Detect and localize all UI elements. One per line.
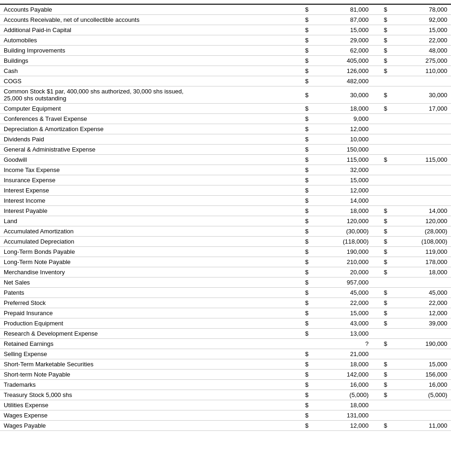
dollar-sign-2019	[294, 339, 310, 349]
value-2018: 22,000	[388, 298, 451, 308]
value-2018: 120,000	[388, 216, 451, 226]
table-row: Interest Income$14,000	[0, 196, 451, 206]
dollar-sign-2019: $	[294, 86, 310, 104]
row-label: Cash	[0, 66, 294, 76]
value-2019: 18,000	[309, 206, 372, 216]
dollar-sign-2018: $	[372, 288, 388, 298]
value-2018	[388, 165, 451, 175]
value-2018: 17,000	[388, 104, 451, 114]
dollar-sign-2019: $	[294, 56, 310, 66]
table-row: Common Stock $1 par, 400,000 shs authori…	[0, 86, 451, 104]
value-2019: 43,000	[309, 318, 372, 329]
table-row: Long-Term Bonds Payable$190,000$119,000	[0, 247, 451, 257]
row-label: Preferred Stock	[0, 298, 294, 308]
dollar-sign-2019: $	[294, 329, 310, 339]
dollar-sign-2019: $	[294, 421, 310, 431]
table-row: Wages Expense$131,000	[0, 410, 451, 421]
value-2018	[388, 134, 451, 145]
value-2019: 190,000	[309, 247, 372, 257]
row-label: Accumulated Amortization	[0, 226, 294, 237]
dollar-sign-2018: $	[372, 226, 388, 237]
row-label: Interest Expense	[0, 185, 294, 196]
row-label: Additional Paid-in Capital	[0, 25, 294, 35]
dollar-sign-2018: $	[372, 66, 388, 76]
dollar-sign-2018: $	[372, 359, 388, 370]
table-row: General & Administrative Expense$150,000	[0, 145, 451, 155]
table-row: Depreciation & Amortization Expense$12,0…	[0, 124, 451, 134]
dollar-sign-2018: $	[372, 25, 388, 35]
header-2019	[309, 0, 372, 4]
table-row: Retained Earnings?$190,000	[0, 339, 451, 349]
row-label: Interest Payable	[0, 206, 294, 216]
dollar-sign-2018	[372, 185, 388, 196]
dollar-sign-2019: $	[294, 76, 310, 86]
value-2018: 11,000	[388, 421, 451, 431]
table-row: Building Improvements$62,000$48,000	[0, 46, 451, 56]
value-2018: 39,000	[388, 318, 451, 329]
value-2019: 150,000	[309, 145, 372, 155]
table-row: Accumulated Depreciation$(118,000)$(108,…	[0, 237, 451, 247]
value-2018	[388, 185, 451, 196]
value-2018: (28,000)	[388, 226, 451, 237]
dollar-sign-2019: $	[294, 4, 310, 15]
dollar-sign-2018	[372, 175, 388, 185]
value-2019: 12,000	[309, 421, 372, 431]
row-label: Short-Term Marketable Securities	[0, 359, 294, 370]
dollar-sign-2018: $	[372, 46, 388, 56]
value-2018: 14,000	[388, 206, 451, 216]
value-2019: 20,000	[309, 267, 372, 278]
row-label: Net Sales	[0, 278, 294, 288]
value-2019: 18,000	[309, 400, 372, 410]
row-label: Wages Payable	[0, 421, 294, 431]
row-label: Short-term Note Payable	[0, 370, 294, 380]
dollar-sign-2019: $	[294, 66, 310, 76]
dollar-sign-2019: $	[294, 380, 310, 390]
table-row: Preferred Stock$22,000$22,000	[0, 298, 451, 308]
table-row: Interest Expense$12,000	[0, 185, 451, 196]
dollar-sign-2019: $	[294, 247, 310, 257]
main-container: Accounts Payable$81,000$78,000Accounts R…	[0, 0, 451, 431]
table-row: Trademarks$16,000$16,000	[0, 380, 451, 390]
row-label: Research & Development Expense	[0, 329, 294, 339]
table-row: Buildings$405,000$275,000	[0, 56, 451, 66]
dollar-sign-2018	[372, 134, 388, 145]
dollar-sign-2018	[372, 165, 388, 175]
dollar-sign-2018	[372, 124, 388, 134]
dollar-sign-2018: $	[372, 257, 388, 267]
row-label: Selling Expense	[0, 349, 294, 359]
value-2019: 482,000	[309, 76, 372, 86]
dollar-sign-2018: $	[372, 298, 388, 308]
table-row: Treasury Stock 5,000 shs$(5,000)$(5,000)	[0, 390, 451, 400]
table-row: Conferences & Travel Expense$9,000	[0, 114, 451, 124]
value-2019: 30,000	[309, 86, 372, 104]
dollar-sign-2019: $	[294, 257, 310, 267]
table-row: Patents$45,000$45,000	[0, 288, 451, 298]
row-label: Patents	[0, 288, 294, 298]
value-2019: 120,000	[309, 216, 372, 226]
dollar-sign-2018: $	[372, 247, 388, 257]
row-label: Production Equipment	[0, 318, 294, 329]
dollar-sign-2019: $	[294, 349, 310, 359]
dollar-sign-2018: $	[372, 104, 388, 114]
value-2018: 115,000	[388, 155, 451, 165]
dollar-sign-2018: $	[372, 421, 388, 431]
value-2019: 87,000	[309, 15, 372, 25]
table-row: Merchandise Inventory$20,000$18,000	[0, 267, 451, 278]
row-label: Depreciation & Amortization Expense	[0, 124, 294, 134]
dollar-sign-2018	[372, 278, 388, 288]
dollar-sign-2018	[372, 196, 388, 206]
dollar-sign-2019: $	[294, 267, 310, 278]
dollar-sign-2018: $	[372, 86, 388, 104]
dollar-sign-2018	[372, 145, 388, 155]
row-label: Interest Income	[0, 196, 294, 206]
dollar-sign-2018	[372, 329, 388, 339]
dollar-sign-2018: $	[372, 308, 388, 318]
value-2018: 15,000	[388, 359, 451, 370]
value-2018: 92,000	[388, 15, 451, 25]
row-label: Accounts Receivable, net of uncollectibl…	[0, 15, 294, 25]
value-2018	[388, 349, 451, 359]
dollar-sign-2019: $	[294, 145, 310, 155]
dollar-sign-2019: $	[294, 226, 310, 237]
value-2019: 21,000	[309, 349, 372, 359]
financial-table: Accounts Payable$81,000$78,000Accounts R…	[0, 0, 451, 431]
